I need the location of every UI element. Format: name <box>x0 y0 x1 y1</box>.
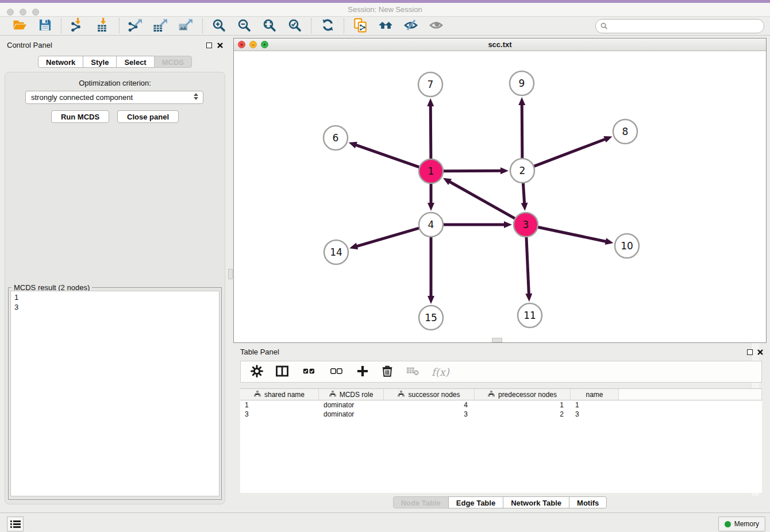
graph-node-4[interactable]: 4 <box>419 213 443 237</box>
tab-edge-table[interactable]: Edge Table <box>448 496 503 508</box>
refresh-network-icon <box>321 18 335 34</box>
graph-node-11[interactable]: 11 <box>518 303 542 327</box>
import-network-button[interactable] <box>66 17 89 34</box>
cell-successor-nodes[interactable]: 4 <box>384 400 475 410</box>
edge-3-11[interactable] <box>526 237 529 296</box>
control-panel-float-icon[interactable] <box>206 43 212 48</box>
control-panel-close-icon[interactable] <box>217 42 224 49</box>
select-all-columns-icon <box>301 365 317 379</box>
svg-text:7: 7 <box>428 79 434 90</box>
cell-shared-name[interactable]: 3 <box>240 410 319 419</box>
graph-node-9[interactable]: 9 <box>510 71 534 95</box>
graph-node-2[interactable]: 2 <box>510 159 534 183</box>
column-header-name[interactable]: name <box>571 389 619 400</box>
cell-name[interactable]: 1 <box>571 400 619 410</box>
cell-name[interactable]: 3 <box>571 410 619 419</box>
graph-node-7[interactable]: 7 <box>418 72 442 97</box>
svg-text:1: 1 <box>428 165 434 177</box>
search-field[interactable] <box>595 19 764 33</box>
tab-style[interactable]: Style <box>83 56 117 68</box>
svg-text:2: 2 <box>519 165 526 176</box>
delete-column-button[interactable] <box>381 363 394 380</box>
home-view-button[interactable] <box>374 17 397 34</box>
edge-3-10[interactable] <box>538 227 609 242</box>
add-column-button[interactable] <box>356 363 369 380</box>
tab-motifs[interactable]: Motifs <box>569 496 607 508</box>
edge-1-7[interactable] <box>430 103 431 159</box>
edge-1-6[interactable] <box>353 144 419 167</box>
vertical-splitter-handle[interactable] <box>228 269 233 279</box>
deselect-all-columns-icon <box>328 365 344 379</box>
edge-1-2[interactable] <box>443 171 503 171</box>
column-header-successor-nodes[interactable]: successor nodes <box>384 389 475 400</box>
table-panel-float-icon[interactable] <box>747 349 753 355</box>
edge-2-9[interactable] <box>522 102 522 159</box>
cell-successor-nodes[interactable]: 3 <box>384 410 475 419</box>
tab-node-table[interactable]: Node Table <box>393 496 449 508</box>
edge-arrowhead <box>349 243 358 250</box>
zoom-out-button[interactable] <box>233 17 256 34</box>
horizontal-splitter-handle[interactable] <box>492 338 502 342</box>
export-network-icon <box>128 18 143 34</box>
zoom-selected-button[interactable] <box>283 17 306 34</box>
tab-network-table[interactable]: Network Table <box>503 496 569 508</box>
column-header-predecessor-nodes[interactable]: predecessor nodes <box>475 389 571 400</box>
graph-node-10[interactable]: 10 <box>615 234 639 258</box>
cell-predecessor-nodes[interactable]: 1 <box>475 400 571 410</box>
edge-2-8[interactable] <box>534 138 608 167</box>
edge-3-1[interactable] <box>448 180 515 218</box>
import-table-button[interactable] <box>91 17 114 34</box>
refresh-network-button[interactable] <box>316 17 339 34</box>
edge-arrowhead <box>427 98 434 106</box>
cell-mcds-role[interactable]: dominator <box>319 400 384 410</box>
tab-select[interactable]: Select <box>116 56 154 68</box>
criterion-select[interactable]: strongly connected component <box>25 91 203 104</box>
cell-predecessor-nodes[interactable]: 2 <box>475 410 571 419</box>
select-all-columns-button[interactable] <box>301 363 317 380</box>
mcds-result-list[interactable]: 1 3 <box>10 291 220 496</box>
deselect-all-columns-button[interactable] <box>328 363 344 380</box>
column-header-shared-name[interactable]: shared name <box>240 389 319 400</box>
table-toolbar: f(x) <box>240 361 762 383</box>
edge-2-3[interactable] <box>523 183 525 206</box>
column-header-label: predecessor nodes <box>498 391 557 399</box>
table-settings-button[interactable] <box>250 363 264 380</box>
graph-node-8[interactable]: 8 <box>613 119 637 144</box>
tab-network[interactable]: Network <box>38 56 83 68</box>
table-panel-close-icon[interactable] <box>757 349 764 356</box>
column-header-mcds-role[interactable]: MCDS role <box>319 389 384 400</box>
open-file-button[interactable] <box>8 17 31 34</box>
run-mcds-button[interactable]: Run MCDS <box>51 110 109 123</box>
export-network-button[interactable] <box>124 17 147 34</box>
import-network-icon <box>71 18 85 34</box>
export-image-icon <box>179 18 194 34</box>
graph-node-14[interactable]: 14 <box>324 240 348 264</box>
zoom-in-button[interactable] <box>207 17 230 34</box>
table-row[interactable]: 3dominator323 <box>240 410 762 419</box>
graph-node-3[interactable]: 3 <box>514 213 538 237</box>
search-input[interactable] <box>608 21 764 32</box>
cell-mcds-role[interactable]: dominator <box>319 410 384 419</box>
table-row[interactable]: 1dominator411 <box>240 400 762 410</box>
export-table-button[interactable] <box>149 17 172 34</box>
duplicate-network-button[interactable] <box>349 17 372 34</box>
graph-node-1[interactable]: 1 <box>419 159 443 183</box>
zoom-in-icon <box>212 18 226 34</box>
edge-4-14[interactable] <box>355 228 419 247</box>
hide-selected-button[interactable] <box>399 17 422 34</box>
graph-node-6[interactable]: 6 <box>324 126 348 150</box>
show-all-button[interactable] <box>425 17 448 34</box>
export-image-button[interactable] <box>175 17 198 34</box>
tab-mcds[interactable]: MCDS <box>154 56 192 68</box>
close-panel-button[interactable]: Close panel <box>117 110 179 123</box>
cell-shared-name[interactable]: 1 <box>240 400 319 410</box>
split-columns-button[interactable] <box>275 363 289 380</box>
save-session-button[interactable] <box>33 17 56 34</box>
memory-button[interactable]: Memory <box>718 516 765 531</box>
network-window-title: scc.txt <box>234 40 766 49</box>
column-header-filler <box>619 389 762 400</box>
task-history-button[interactable] <box>7 516 24 531</box>
zoom-fit-button[interactable] <box>258 17 281 34</box>
network-graph-canvas[interactable]: 7968124314101511 <box>234 51 766 342</box>
graph-node-15[interactable]: 15 <box>419 306 443 330</box>
